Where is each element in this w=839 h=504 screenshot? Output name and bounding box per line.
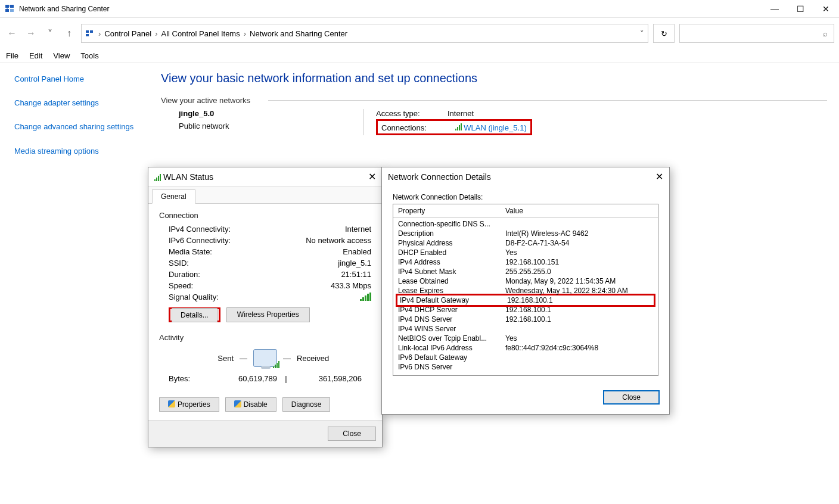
prop-cell: Link-local IPv6 Address (398, 344, 505, 352)
address-bar[interactable]: › Control Panel › All Control Panel Item… (81, 24, 648, 43)
ipv4-conn-value: Internet (300, 225, 371, 234)
wireless-properties-button[interactable]: Wireless Properties (226, 307, 310, 322)
table-row[interactable]: IPv4 WINS Server (398, 324, 653, 334)
details-table: Property Value Connection-specific DNS S… (393, 204, 658, 376)
signal-icon (455, 122, 462, 130)
value-cell: 192.168.100.1 (507, 296, 651, 304)
speed-label: Speed: (169, 281, 300, 290)
table-row[interactable]: Lease ObtainedMonday, May 9, 2022 11:54:… (398, 276, 653, 286)
disable-button[interactable]: Disable (225, 397, 276, 412)
menu-tools[interactable]: Tools (80, 51, 98, 60)
prop-cell: Description (398, 229, 505, 238)
link-adapter-settings[interactable]: Change adapter settings (14, 98, 135, 108)
duration-value: 21:51:11 (300, 270, 371, 279)
link-media-streaming[interactable]: Media streaming options (14, 146, 135, 157)
media-state-label: Media State: (169, 247, 300, 256)
value-cell: Intel(R) Wireless-AC 9462 (505, 229, 653, 238)
table-row[interactable]: IPv4 Default Gateway192.168.100.1 (400, 295, 651, 305)
up-button[interactable]: ↑ (62, 28, 76, 39)
connection-link[interactable]: WLAN (jingle_5.1) (464, 123, 527, 132)
details-title: Network Connection Details (388, 172, 491, 182)
media-state-value: Enabled (300, 247, 371, 256)
prop-cell: IPv4 DNS Server (398, 315, 505, 323)
link-advanced-sharing[interactable]: Change advanced sharing settings (14, 122, 135, 132)
svg-rect-1 (10, 5, 14, 8)
bytes-sent: 60,619,789 (210, 374, 277, 383)
table-row[interactable]: IPv6 Default Gateway (398, 353, 653, 362)
table-row[interactable]: IPv4 Address192.168.100.151 (398, 257, 653, 267)
value-cell: 192.168.100.1 (505, 306, 653, 314)
table-row[interactable]: DescriptionIntel(R) Wireless-AC 9462 (398, 229, 653, 238)
menu-view[interactable]: View (53, 51, 70, 60)
network-name: jingle_5.0 (179, 109, 363, 118)
wlan-status-dialog: WLAN Status ✕ General Connection IPv4 Co… (148, 167, 383, 447)
ssid-label: SSID: (169, 259, 300, 267)
svg-rect-7 (90, 30, 93, 33)
wlan-close-button[interactable]: Close (328, 427, 376, 441)
value-cell: D8-F2-CA-71-3A-54 (505, 239, 653, 247)
speed-value: 433.3 Mbps (300, 281, 371, 290)
menu-file[interactable]: File (6, 51, 18, 60)
activity-signal-icon (273, 360, 279, 368)
table-row[interactable]: Connection-specific DNS S... (398, 219, 653, 229)
main-content: View your basic network information and … (149, 63, 839, 181)
ipv4-conn-label: IPv4 Connectivity: (169, 225, 300, 234)
close-button[interactable]: ✕ (822, 4, 829, 14)
refresh-button[interactable]: ↻ (653, 24, 675, 43)
ipv6-conn-value: No network access (300, 236, 371, 245)
minimize-button[interactable]: — (770, 4, 779, 14)
search-icon: ⌕ (823, 29, 828, 38)
address-dropdown[interactable]: ˅ (640, 29, 644, 38)
prop-cell: IPv4 Default Gateway (400, 296, 507, 304)
wlan-close-x[interactable]: ✕ (368, 171, 376, 182)
shield-icon (234, 400, 241, 407)
properties-button[interactable]: Properties (159, 397, 219, 412)
connections-label: Connections: (381, 123, 453, 132)
bytes-label: Bytes: (169, 374, 210, 383)
sent-label: Sent (169, 354, 234, 363)
table-row[interactable]: Lease ExpiresWednesday, May 11, 2022 8:2… (398, 286, 653, 295)
connections-highlight: Connections: WLAN (jingle_5.1) (376, 119, 532, 135)
value-cell: Wednesday, May 11, 2022 8:24:30 AM (505, 287, 653, 295)
table-row[interactable]: IPv4 DHCP Server192.168.100.1 (398, 305, 653, 315)
prop-cell: IPv4 WINS Server (398, 325, 505, 333)
search-box[interactable]: ⌕ (679, 24, 834, 43)
bytes-received: 361,598,206 (295, 374, 362, 383)
breadcrumb-3[interactable]: Network and Sharing Center (250, 29, 347, 38)
recent-dropdown[interactable]: ˅ (43, 28, 57, 39)
prop-cell: NetBIOS over Tcpip Enabl... (398, 334, 505, 343)
value-cell: 192.168.100.1 (505, 315, 653, 323)
prop-cell: IPv6 DNS Server (398, 363, 505, 371)
prop-cell: IPv4 Subnet Mask (398, 267, 505, 276)
table-row[interactable]: Link-local IPv6 Addressfe80::44d7:92d4:c… (398, 343, 653, 353)
value-cell (505, 353, 653, 362)
shield-icon (168, 400, 175, 407)
value-cell (505, 363, 653, 371)
col-value: Value (505, 207, 523, 215)
details-button[interactable]: Details... (172, 308, 217, 322)
activity-group-label: Activity (159, 333, 371, 342)
breadcrumb-2[interactable]: All Control Panel Items (161, 29, 240, 38)
diagnose-button[interactable]: Diagnose (282, 397, 331, 412)
nav-toolbar: ← → ˅ ↑ › Control Panel › All Control Pa… (0, 18, 839, 49)
details-close-button[interactable]: Close (603, 390, 660, 405)
table-row[interactable]: NetBIOS over Tcpip Enabl...Yes (398, 334, 653, 343)
breadcrumb-1[interactable]: Control Panel (104, 29, 151, 38)
menu-edit[interactable]: Edit (29, 51, 42, 60)
details-close-x[interactable]: ✕ (655, 171, 663, 182)
value-cell (505, 325, 653, 333)
forward-button[interactable]: → (24, 28, 38, 39)
value-cell: fe80::44d7:92d4:c9c:3064%8 (505, 344, 653, 352)
back-button[interactable]: ← (5, 28, 19, 39)
table-row[interactable]: IPv4 Subnet Mask255.255.255.0 (398, 267, 653, 276)
maximize-button[interactable]: ☐ (797, 4, 804, 14)
access-type-value: Internet (448, 109, 474, 118)
table-row[interactable]: DHCP EnabledYes (398, 248, 653, 257)
tab-general[interactable]: General (152, 189, 195, 204)
prop-cell: Lease Obtained (398, 277, 505, 285)
page-header: View your basic network information and … (161, 71, 827, 85)
link-cp-home[interactable]: Control Panel Home (14, 74, 135, 85)
table-row[interactable]: IPv4 DNS Server192.168.100.1 (398, 315, 653, 324)
table-row[interactable]: Physical AddressD8-F2-CA-71-3A-54 (398, 238, 653, 248)
table-row[interactable]: IPv6 DNS Server (398, 362, 653, 372)
